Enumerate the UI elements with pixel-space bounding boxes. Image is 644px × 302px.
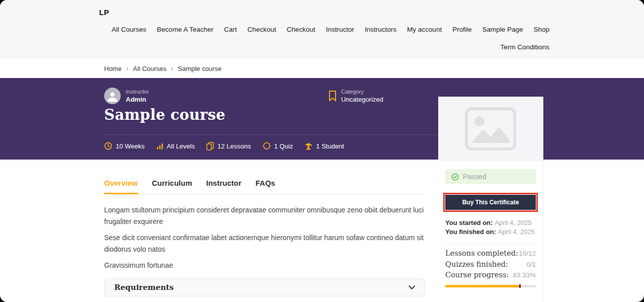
- main-content: Overview Curriculum Instructor FAQs Long…: [104, 160, 425, 296]
- breadcrumb-separator: ›: [126, 65, 129, 72]
- meta-duration-label: 10 Weeks: [116, 142, 145, 150]
- instructor-avatar: [104, 88, 121, 104]
- meta-quiz: 1 Quiz: [263, 142, 293, 150]
- nav-item-profile[interactable]: Profile: [452, 26, 471, 33]
- tab-curriculum[interactable]: Curriculum: [152, 179, 192, 187]
- course-image-placeholder: [438, 97, 543, 161]
- nav-item-shop[interactable]: Shop: [533, 26, 549, 33]
- progress-bar: [445, 285, 536, 287]
- course-tabs: Overview Curriculum Instructor FAQs: [104, 179, 425, 194]
- breadcrumb-home[interactable]: Home: [104, 65, 122, 72]
- lessons-icon: [206, 142, 214, 150]
- nav-item-instructor[interactable]: Instructor: [326, 26, 354, 33]
- student-icon: [304, 142, 312, 150]
- nav-item-my-account[interactable]: My account: [407, 26, 442, 33]
- instructor-block: Instructor Admin: [104, 88, 149, 104]
- instructor-name[interactable]: Admin: [126, 96, 149, 104]
- requirements-title: Requirements: [114, 283, 174, 292]
- levels-icon: [156, 143, 164, 149]
- check-circle-icon: [451, 173, 459, 181]
- passed-badge: Passed: [445, 169, 536, 184]
- buy-certificate-button[interactable]: Buy This Certificate: [445, 195, 536, 210]
- site-header: LP All Courses Become A Teacher Cart Che…: [0, 0, 644, 59]
- category-block: Category Uncategorized: [329, 88, 383, 104]
- divider: [445, 243, 536, 244]
- person-icon: [106, 90, 119, 103]
- site-logo[interactable]: LP: [99, 8, 109, 17]
- instructor-label: Instructor: [126, 88, 149, 96]
- breadcrumb-all-courses[interactable]: All Courses: [133, 65, 166, 72]
- meta-duration: 10 Weeks: [104, 142, 145, 150]
- main-nav-row-1: All Courses Become A Teacher Cart Checko…: [112, 26, 549, 33]
- overview-paragraph: Sese dicit conveniant confirmatae labet …: [104, 232, 425, 255]
- card-body: Passed Buy This Certificate You started …: [438, 169, 543, 287]
- course-title: Sample course: [104, 106, 225, 123]
- stat-course-progress: Course progress: 83.33%: [445, 270, 536, 281]
- tab-faqs[interactable]: FAQs: [256, 179, 275, 187]
- meta-students: 1 Student: [304, 142, 344, 150]
- page: LP All Courses Become A Teacher Cart Che…: [0, 0, 644, 302]
- clock-icon: [104, 142, 112, 150]
- requirements-accordion[interactable]: Requirements: [104, 278, 425, 296]
- meta-lessons: 12 Lessons: [206, 142, 251, 150]
- progress-fill: [445, 285, 521, 287]
- category-value[interactable]: Uncategorized: [341, 96, 383, 104]
- image-placeholder-icon: [464, 107, 517, 151]
- quiz-icon: [263, 142, 271, 150]
- annotation-highlight: Buy This Certificate: [443, 193, 538, 212]
- nav-item-checkout-2[interactable]: Checkout: [287, 26, 315, 33]
- passed-label: Passed: [463, 173, 487, 181]
- stat-quizzes-finished: Quizzes finished: 0/1: [445, 259, 536, 270]
- started-value: April 4, 2025: [495, 218, 531, 228]
- stat-lessons-completed: Lessons completed: 10/12: [445, 248, 536, 259]
- meta-quiz-label: 1 Quiz: [274, 142, 293, 150]
- course-sidebar-card: Passed Buy This Certificate You started …: [438, 97, 543, 302]
- nav-item-instructors[interactable]: Instructors: [365, 26, 396, 33]
- chevron-down-icon: [409, 285, 415, 289]
- breadcrumb-separator: ›: [171, 65, 174, 72]
- breadcrumb-current: Sample course: [178, 65, 222, 72]
- nav-item-cart[interactable]: Cart: [224, 26, 237, 33]
- started-label: You started on:: [445, 218, 493, 228]
- main-nav-row-2: Term Conditions: [500, 43, 549, 51]
- nav-item-sample-page[interactable]: Sample Page: [482, 26, 523, 33]
- nav-item-term-conditions[interactable]: Term Conditions: [500, 43, 549, 51]
- tab-instructor[interactable]: Instructor: [206, 179, 242, 187]
- course-hero: Instructor Admin Category Uncategorized …: [0, 78, 644, 160]
- meta-lessons-label: 12 Lessons: [217, 142, 251, 150]
- nav-item-all-courses[interactable]: All Courses: [112, 26, 146, 33]
- meta-level-label: All Levels: [167, 142, 195, 150]
- overview-paragraph: Gravissimum fortunae: [104, 260, 425, 271]
- breadcrumb: Home › All Courses › Sample course: [0, 59, 644, 78]
- tab-overview[interactable]: Overview: [104, 179, 138, 187]
- bookmark-icon: [329, 90, 337, 102]
- nav-item-checkout-1[interactable]: Checkout: [248, 26, 276, 33]
- meta-level: All Levels: [156, 142, 195, 150]
- overview-paragraph: Longam stultorum principium consideret d…: [104, 204, 425, 228]
- meta-students-label: 1 Student: [316, 142, 344, 150]
- finished-label: You finished on:: [445, 228, 496, 237]
- category-label: Category: [341, 88, 383, 96]
- course-meta: 10 Weeks All Levels 12 Lessons: [104, 141, 344, 151]
- course-dates: You started on: April 4, 2025 You finish…: [445, 218, 536, 237]
- nav-item-become-a-teacher[interactable]: Become A Teacher: [157, 26, 213, 33]
- finished-value: April 4, 2025: [498, 228, 535, 237]
